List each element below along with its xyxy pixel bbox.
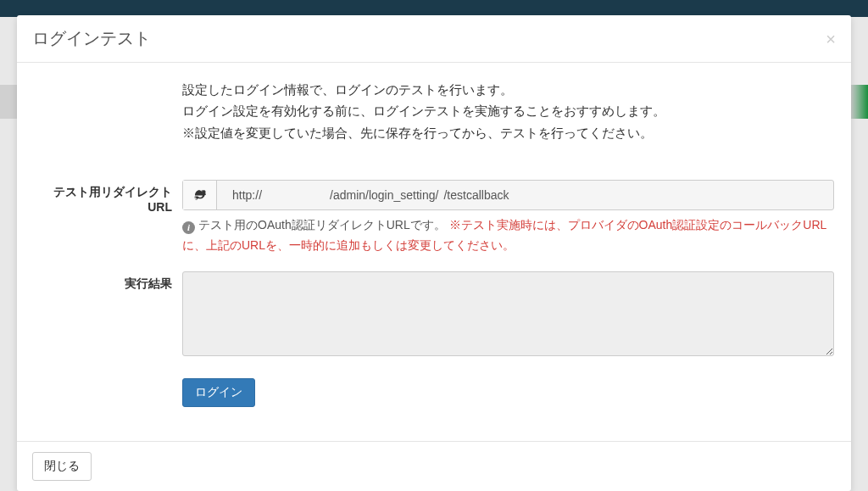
- result-textarea[interactable]: [182, 271, 834, 356]
- intro-line-1: 設定したログイン情報で、ログインのテストを行います。: [182, 80, 834, 101]
- modal-title: ログインテスト: [32, 27, 151, 50]
- close-icon[interactable]: ×: [826, 31, 836, 47]
- login-test-modal: ログインテスト × 設定したログイン情報で、ログインのテストを行います。 ログイ…: [17, 15, 851, 491]
- help-prefix: テスト用のOAuth認証リダイレクトURLです。: [198, 218, 446, 232]
- modal-footer: 閉じる: [17, 441, 851, 491]
- intro-line-3: ※設定値を変更していた場合、先に保存を行ってから、テストを行ってください。: [182, 123, 834, 144]
- background-header: [0, 0, 868, 17]
- redirect-url-label: テスト用リダイレクトURL: [34, 180, 182, 256]
- result-label: 実行結果: [34, 271, 182, 360]
- login-button[interactable]: ログイン: [182, 378, 255, 407]
- redirect-url-value: http:///admin/login_setting//testcallbac…: [217, 181, 833, 209]
- redirect-help-text: iテスト用のOAuth認証リダイレクトURLです。 ※テスト実施時には、プロバイ…: [182, 215, 834, 256]
- close-button[interactable]: 閉じる: [32, 452, 92, 481]
- ie-icon: [183, 181, 217, 209]
- modal-body: 設定したログイン情報で、ログインのテストを行います。 ログイン設定を有効化する前…: [17, 63, 851, 441]
- intro-line-2: ログイン設定を有効化する前に、ログインテストを実施することをおすすめします。: [182, 101, 834, 122]
- url-part-1: http://: [232, 188, 262, 202]
- info-icon: i: [182, 221, 195, 234]
- redirect-url-field: http:///admin/login_setting//testcallbac…: [182, 180, 834, 210]
- url-part-3: /testcallback: [443, 188, 509, 202]
- modal-header: ログインテスト ×: [17, 15, 851, 63]
- intro-text: 設定したログイン情報で、ログインのテストを行います。 ログイン設定を有効化する前…: [182, 80, 834, 144]
- url-part-2: /admin/login_setting/: [330, 188, 438, 202]
